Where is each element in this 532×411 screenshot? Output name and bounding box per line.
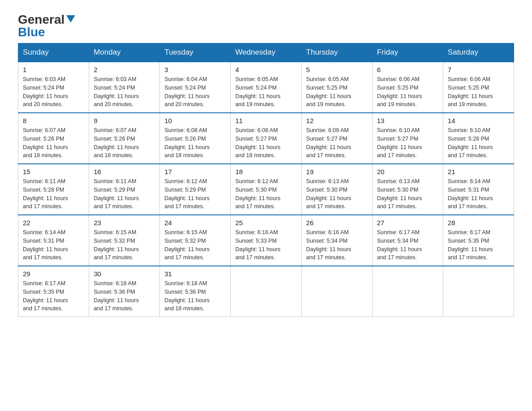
header-row: SundayMondayTuesdayWednesdayThursdayFrid…: [18, 43, 514, 62]
calendar-cell: [443, 266, 514, 317]
day-number: 15: [23, 168, 84, 176]
day-info: Sunrise: 6:16 AMSunset: 5:34 PMDaylight:…: [306, 228, 368, 262]
calendar-cell: 3Sunrise: 6:04 AMSunset: 5:24 PMDaylight…: [160, 62, 231, 113]
calendar-cell: 30Sunrise: 6:18 AMSunset: 5:36 PMDayligh…: [89, 266, 160, 317]
column-header-tuesday: Tuesday: [160, 43, 231, 62]
day-info: Sunrise: 6:12 AMSunset: 5:29 PMDaylight:…: [164, 177, 226, 211]
day-number: 10: [164, 117, 226, 124]
day-number: 21: [448, 168, 509, 176]
day-number: 23: [94, 219, 155, 227]
day-number: 22: [23, 219, 84, 227]
calendar-cell: 17Sunrise: 6:12 AMSunset: 5:29 PMDayligh…: [160, 164, 231, 215]
calendar-cell: 5Sunrise: 6:05 AMSunset: 5:25 PMDaylight…: [301, 62, 372, 113]
day-info: Sunrise: 6:06 AMSunset: 5:25 PMDaylight:…: [377, 75, 438, 109]
column-header-monday: Monday: [89, 43, 160, 62]
calendar-cell: 12Sunrise: 6:09 AMSunset: 5:27 PMDayligh…: [301, 113, 372, 164]
calendar-week-5: 29Sunrise: 6:17 AMSunset: 5:35 PMDayligh…: [18, 266, 514, 317]
day-number: 31: [164, 270, 226, 278]
day-number: 13: [377, 117, 438, 124]
calendar-week-1: 1Sunrise: 6:03 AMSunset: 5:24 PMDaylight…: [18, 62, 514, 113]
day-info: Sunrise: 6:18 AMSunset: 5:36 PMDaylight:…: [164, 279, 226, 313]
calendar-cell: 19Sunrise: 6:13 AMSunset: 5:30 PMDayligh…: [301, 164, 372, 215]
calendar-cell: [372, 266, 443, 317]
calendar-cell: 2Sunrise: 6:03 AMSunset: 5:24 PMDaylight…: [89, 62, 160, 113]
day-info: Sunrise: 6:17 AMSunset: 5:34 PMDaylight:…: [377, 228, 438, 262]
calendar-cell: 13Sunrise: 6:10 AMSunset: 5:27 PMDayligh…: [372, 113, 443, 164]
calendar-cell: 18Sunrise: 6:12 AMSunset: 5:30 PMDayligh…: [231, 164, 301, 215]
day-info: Sunrise: 6:18 AMSunset: 5:36 PMDaylight:…: [94, 279, 155, 313]
day-number: 3: [164, 66, 226, 73]
column-header-wednesday: Wednesday: [231, 43, 301, 62]
day-number: 24: [164, 219, 226, 227]
day-number: 25: [235, 219, 296, 227]
calendar-cell: 8Sunrise: 6:07 AMSunset: 5:26 PMDaylight…: [18, 113, 89, 164]
day-info: Sunrise: 6:11 AMSunset: 5:28 PMDaylight:…: [23, 177, 84, 211]
day-number: 19: [306, 168, 368, 176]
calendar-cell: 24Sunrise: 6:15 AMSunset: 5:32 PMDayligh…: [160, 215, 231, 266]
calendar-cell: 26Sunrise: 6:16 AMSunset: 5:34 PMDayligh…: [301, 215, 372, 266]
calendar-cell: 14Sunrise: 6:10 AMSunset: 5:28 PMDayligh…: [443, 113, 514, 164]
calendar-week-2: 8Sunrise: 6:07 AMSunset: 5:26 PMDaylight…: [18, 113, 514, 164]
calendar-cell: 21Sunrise: 6:14 AMSunset: 5:31 PMDayligh…: [443, 164, 514, 215]
day-info: Sunrise: 6:10 AMSunset: 5:28 PMDaylight:…: [448, 126, 509, 160]
day-number: 12: [306, 117, 368, 124]
calendar-cell: 20Sunrise: 6:13 AMSunset: 5:30 PMDayligh…: [372, 164, 443, 215]
day-number: 27: [377, 219, 438, 227]
calendar-cell: 29Sunrise: 6:17 AMSunset: 5:35 PMDayligh…: [18, 266, 89, 317]
calendar-cell: 11Sunrise: 6:08 AMSunset: 5:27 PMDayligh…: [231, 113, 301, 164]
day-number: 1: [23, 66, 84, 73]
day-info: Sunrise: 6:07 AMSunset: 5:26 PMDaylight:…: [94, 126, 155, 160]
logo-triangle-icon: [66, 15, 75, 22]
day-number: 28: [448, 219, 509, 227]
logo-general-text: General: [18, 13, 64, 26]
column-header-saturday: Saturday: [443, 43, 514, 62]
day-info: Sunrise: 6:17 AMSunset: 5:35 PMDaylight:…: [448, 228, 509, 262]
calendar-cell: [301, 266, 372, 317]
day-info: Sunrise: 6:08 AMSunset: 5:27 PMDaylight:…: [235, 126, 296, 160]
day-info: Sunrise: 6:14 AMSunset: 5:31 PMDaylight:…: [23, 228, 84, 262]
day-number: 8: [23, 117, 84, 124]
day-number: 30: [94, 270, 155, 278]
day-info: Sunrise: 6:12 AMSunset: 5:30 PMDaylight:…: [235, 177, 296, 211]
day-info: Sunrise: 6:13 AMSunset: 5:30 PMDaylight:…: [306, 177, 368, 211]
day-info: Sunrise: 6:09 AMSunset: 5:27 PMDaylight:…: [306, 126, 368, 160]
day-number: 6: [377, 66, 438, 73]
day-info: Sunrise: 6:03 AMSunset: 5:24 PMDaylight:…: [94, 75, 155, 109]
day-info: Sunrise: 6:06 AMSunset: 5:25 PMDaylight:…: [448, 75, 509, 109]
day-info: Sunrise: 6:15 AMSunset: 5:32 PMDaylight:…: [94, 228, 155, 262]
day-info: Sunrise: 6:07 AMSunset: 5:26 PMDaylight:…: [23, 126, 84, 160]
column-header-sunday: Sunday: [18, 43, 89, 62]
day-number: 20: [377, 168, 438, 176]
day-info: Sunrise: 6:04 AMSunset: 5:24 PMDaylight:…: [164, 75, 226, 109]
day-number: 2: [94, 66, 155, 73]
calendar-week-4: 22Sunrise: 6:14 AMSunset: 5:31 PMDayligh…: [18, 215, 514, 266]
page-header: General Blue: [18, 13, 514, 39]
calendar-table: SundayMondayTuesdayWednesdayThursdayFrid…: [18, 43, 514, 317]
logo-blue-text: Blue: [18, 26, 45, 39]
day-number: 4: [235, 66, 296, 73]
calendar-cell: 1Sunrise: 6:03 AMSunset: 5:24 PMDaylight…: [18, 62, 89, 113]
logo: General Blue: [18, 13, 75, 39]
day-info: Sunrise: 6:03 AMSunset: 5:24 PMDaylight:…: [23, 75, 84, 109]
calendar-cell: 25Sunrise: 6:16 AMSunset: 5:33 PMDayligh…: [231, 215, 301, 266]
day-number: 16: [94, 168, 155, 176]
calendar-cell: 28Sunrise: 6:17 AMSunset: 5:35 PMDayligh…: [443, 215, 514, 266]
calendar-cell: 7Sunrise: 6:06 AMSunset: 5:25 PMDaylight…: [443, 62, 514, 113]
calendar-cell: 23Sunrise: 6:15 AMSunset: 5:32 PMDayligh…: [89, 215, 160, 266]
day-number: 29: [23, 270, 84, 278]
day-number: 18: [235, 168, 296, 176]
day-info: Sunrise: 6:10 AMSunset: 5:27 PMDaylight:…: [377, 126, 438, 160]
day-info: Sunrise: 6:13 AMSunset: 5:30 PMDaylight:…: [377, 177, 438, 211]
calendar-cell: 16Sunrise: 6:11 AMSunset: 5:29 PMDayligh…: [89, 164, 160, 215]
calendar-cell: 15Sunrise: 6:11 AMSunset: 5:28 PMDayligh…: [18, 164, 89, 215]
calendar-cell: 31Sunrise: 6:18 AMSunset: 5:36 PMDayligh…: [160, 266, 231, 317]
day-info: Sunrise: 6:05 AMSunset: 5:25 PMDaylight:…: [306, 75, 368, 109]
calendar-cell: 4Sunrise: 6:05 AMSunset: 5:24 PMDaylight…: [231, 62, 301, 113]
day-info: Sunrise: 6:11 AMSunset: 5:29 PMDaylight:…: [94, 177, 155, 211]
column-header-thursday: Thursday: [301, 43, 372, 62]
day-info: Sunrise: 6:14 AMSunset: 5:31 PMDaylight:…: [448, 177, 509, 211]
day-info: Sunrise: 6:08 AMSunset: 5:26 PMDaylight:…: [164, 126, 226, 160]
day-info: Sunrise: 6:16 AMSunset: 5:33 PMDaylight:…: [235, 228, 296, 262]
column-header-friday: Friday: [372, 43, 443, 62]
calendar-cell: [231, 266, 301, 317]
